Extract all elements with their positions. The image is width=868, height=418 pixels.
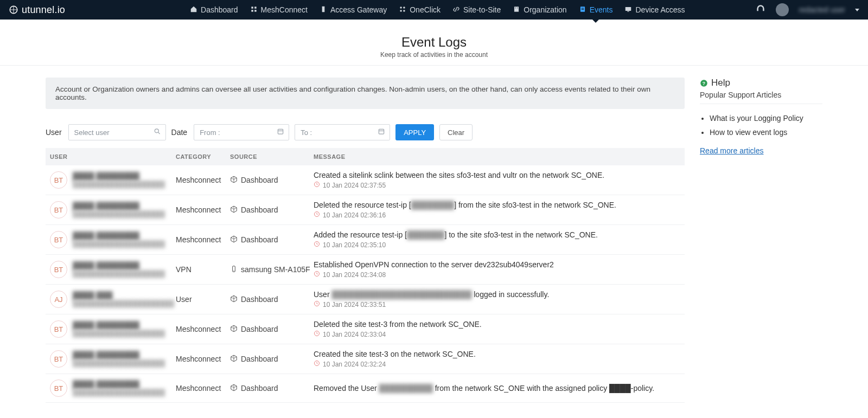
source-label: samsung SM-A105F [241, 265, 310, 274]
gateway-icon [320, 5, 327, 15]
clock-icon [314, 241, 320, 249]
mesh-icon [250, 5, 258, 15]
nav-organization[interactable]: Organization [513, 0, 566, 20]
user-email: ████████████████████ [73, 389, 165, 396]
svg-rect-17 [628, 11, 630, 11]
source-label: Dashboard [241, 176, 278, 184]
table-body: BT ████ ████████ ████████████████████ Me… [46, 165, 685, 403]
help-article-link[interactable]: What is your Logging Policy [710, 114, 822, 123]
timestamp: 10 Jan 2024 02:33:04 [314, 330, 680, 338]
user-name: ████ ████████ [73, 202, 165, 210]
nav-site-to-site[interactable]: Site-to-Site [452, 0, 501, 20]
svg-point-7 [403, 7, 405, 9]
category-cell: Meshconnect [176, 235, 230, 244]
page-subtitle: Keep track of activities in the account [0, 51, 868, 59]
clock-icon [314, 330, 320, 338]
events-icon [579, 5, 586, 15]
message-cell: Created a sitelink sclink between the si… [314, 171, 680, 189]
message-text: Removed the User ██████████ from the net… [314, 384, 680, 393]
timestamp: 10 Jan 2024 02:33:51 [314, 300, 680, 308]
help-subtitle: Popular Support Articles [700, 91, 822, 104]
table-row: BT ████ ████████ ████████████████████ Me… [46, 374, 685, 403]
svg-point-8 [400, 10, 403, 12]
cube-icon [230, 384, 238, 393]
svg-rect-5 [322, 6, 325, 12]
user-cell: BT ████ ████████ ████████████████████ [50, 201, 176, 218]
user-name: ████ ████████ [73, 321, 165, 330]
svg-rect-3 [251, 10, 253, 12]
table-row: BT ████ ████████ ████████████████████ Me… [46, 344, 685, 374]
avatar[interactable] [776, 3, 789, 16]
user-name: ████ ████████ [73, 231, 165, 240]
user-email: ████████████████████ [73, 359, 165, 367]
col-user: USER [50, 153, 176, 160]
user-name: ████ ████████ [73, 172, 165, 181]
user-name: ████ ████████ [73, 380, 165, 389]
nav-events[interactable]: Events [579, 0, 613, 20]
help-icon: ? [700, 79, 708, 87]
nav-label: OneClick [410, 5, 441, 14]
user-email: ████████████████████ [73, 181, 165, 188]
org-icon [513, 5, 520, 15]
source-label: Dashboard [241, 205, 278, 214]
svg-line-19 [158, 132, 159, 134]
apply-button[interactable]: APPLY [395, 124, 434, 140]
device-icon [624, 5, 632, 15]
user-avatar: BT [50, 261, 67, 278]
date-from-input[interactable] [194, 125, 289, 140]
source-label: Dashboard [241, 325, 278, 333]
cube-icon [230, 355, 238, 364]
help-article-link[interactable]: How to view event logs [710, 128, 822, 137]
source-label: Dashboard [241, 295, 278, 304]
svg-point-28 [233, 270, 234, 271]
table-header: USER CATEGORY SOURCE MESSAGE [46, 148, 685, 165]
timestamp: 10 Jan 2024 02:36:16 [314, 211, 680, 219]
clock-icon [314, 300, 320, 308]
cube-icon [230, 176, 238, 185]
nav-label: Access Gateway [330, 5, 387, 14]
user-cell: BT ████ ████████ ████████████████████ [50, 320, 176, 338]
message-text: Created the site test-3 on the network S… [314, 350, 680, 358]
brand-logo[interactable]: utunnel.io [9, 4, 65, 16]
calendar-icon [277, 128, 284, 137]
user-cell: BT ████ ████████ ████████████████████ [50, 380, 176, 397]
chevron-down-icon[interactable] [855, 9, 859, 11]
user-avatar: BT [50, 171, 67, 189]
user-cell: BT ████ ████████ ████████████████████ [50, 261, 176, 278]
top-nav: utunnel.io DashboardMeshConnectAccess Ga… [0, 0, 868, 20]
user-select[interactable] [68, 124, 166, 140]
read-more-link[interactable]: Read more articles [700, 146, 764, 155]
timestamp: 10 Jan 2024 02:32:24 [314, 360, 680, 368]
nav-dashboard[interactable]: Dashboard [190, 0, 238, 20]
nav-label: Dashboard [201, 5, 238, 14]
category-cell: Meshconnect [176, 355, 230, 363]
user-avatar: BT [50, 350, 67, 368]
nav-meshconnect[interactable]: MeshConnect [250, 0, 308, 20]
source-cell: Dashboard [230, 325, 314, 334]
svg-text:?: ? [703, 80, 705, 86]
brand-text: utunnel.io [22, 4, 65, 16]
page-header: Event Logs Keep track of activities in t… [0, 20, 868, 66]
source-cell: Dashboard [230, 384, 314, 393]
user-email: ████████████████████ [73, 330, 165, 337]
support-icon[interactable] [755, 3, 766, 16]
user-avatar: BT [50, 201, 67, 218]
source-cell: Dashboard [230, 176, 314, 185]
user-email: ██████████████████████ [73, 300, 174, 307]
clear-button[interactable]: Clear [439, 124, 473, 140]
nav-oneclick[interactable]: OneClick [399, 0, 441, 20]
timestamp: 10 Jan 2024 02:34:08 [314, 271, 680, 279]
page-title: Event Logs [0, 35, 868, 50]
nav-username: redacted user [799, 5, 845, 14]
svg-rect-2 [254, 7, 257, 9]
date-to-input[interactable] [295, 125, 390, 140]
user-cell: BT ████ ████████ ████████████████████ [50, 171, 176, 189]
date-to[interactable] [295, 124, 390, 140]
date-from[interactable] [194, 124, 289, 140]
user-select-input[interactable] [69, 125, 165, 140]
table-row: BT ████ ████████ ████████████████████ Me… [46, 225, 685, 255]
svg-rect-16 [626, 7, 631, 10]
nav-device-access[interactable]: Device Access [624, 0, 685, 20]
message-cell: Created the site test-3 on the network S… [314, 350, 680, 368]
nav-access-gateway[interactable]: Access Gateway [320, 0, 387, 20]
